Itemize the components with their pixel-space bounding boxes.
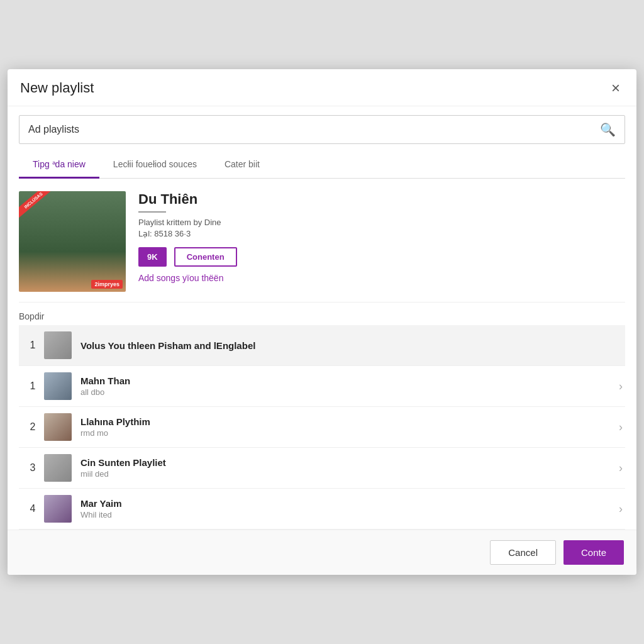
add-songs-link[interactable]: Add songs yïou thëën xyxy=(138,273,625,283)
item-number-3: 3 xyxy=(21,462,44,474)
item-name-1: Mahn Than xyxy=(80,375,614,386)
featured-thumbnail: INCLÚSAS 2impryes xyxy=(19,191,126,292)
featured-logo: 2impryes xyxy=(91,280,123,289)
item-number-2: 2 xyxy=(21,421,44,433)
item-name-3: Cin Sunten Playliet xyxy=(80,457,614,468)
featured-meta2: Lạl: 8518 36·3 xyxy=(138,229,625,238)
tab-found-sources[interactable]: Lecłii fouełiod souces xyxy=(99,152,211,179)
item-info-1: Mahn Than all dbo xyxy=(80,375,614,397)
item-thumb-3 xyxy=(44,454,72,482)
item-info-2: Llahına Plythim rmd mo xyxy=(80,416,614,438)
featured-divider xyxy=(138,211,166,213)
list-item[interactable]: 1 Volus You thleen Pisham and lEnglabel xyxy=(19,325,625,366)
content-button[interactable]: Conenten xyxy=(174,247,237,267)
dialog-title: New playlist xyxy=(20,80,94,96)
tab-cater[interactable]: Cater biit xyxy=(211,152,274,179)
tab-type-new[interactable]: Tipg ᵃda niew xyxy=(19,152,99,179)
section-header: Bopdir xyxy=(19,303,625,325)
new-playlist-dialog: New playlist × 🔍 Tipg ᵃda niew Lecłii fo… xyxy=(8,69,636,575)
dialog-footer: Cancel Conte xyxy=(8,530,636,575)
close-button[interactable]: × xyxy=(608,78,624,98)
item-thumb-1 xyxy=(44,372,72,400)
list-items-container: 1 Volus You thleen Pisham and lEnglabel … xyxy=(19,325,625,530)
featured-actions: 9K Conenten xyxy=(138,247,625,267)
chevron-right-icon: › xyxy=(619,462,623,475)
count-button[interactable]: 9K xyxy=(138,247,167,267)
chevron-right-icon: › xyxy=(619,421,623,434)
item-sub-4: Whil ited xyxy=(80,510,614,519)
list-item[interactable]: 4 Mar Yaim Whil ited › xyxy=(19,489,625,530)
item-info-3: Cin Sunten Playliet miil ded xyxy=(80,457,614,479)
list-item[interactable]: 2 Llahına Plythim rmd mo › xyxy=(19,407,625,448)
item-number-4: 4 xyxy=(21,503,44,514)
chevron-right-icon: › xyxy=(619,380,623,393)
search-button[interactable]: 🔍 xyxy=(591,116,625,143)
featured-meta1: Playlist krittem by Dine xyxy=(138,218,625,227)
featured-section: INCLÚSAS 2impryes Du Thiên Playlist krit… xyxy=(19,179,625,303)
tabs-container: Tipg ᵃda niew Lecłii fouełiod souces Cat… xyxy=(19,152,625,179)
item-number-0: 1 xyxy=(21,340,44,351)
item-thumb-0 xyxy=(44,331,72,359)
cancel-button[interactable]: Cancel xyxy=(490,540,556,565)
item-sub-1: all dbo xyxy=(80,387,614,397)
search-bar: 🔍 xyxy=(19,115,625,144)
featured-info: Du Thiên Playlist krittem by Dine Lạl: 8… xyxy=(138,191,625,292)
item-thumb-4 xyxy=(44,495,72,523)
content-area: INCLÚSAS 2impryes Du Thiên Playlist krit… xyxy=(8,179,636,530)
featured-title: Du Thiên xyxy=(138,191,625,208)
item-info-4: Mar Yaim Whil ited xyxy=(80,498,614,519)
search-input[interactable] xyxy=(19,116,591,143)
item-name-4: Mar Yaim xyxy=(80,498,614,509)
item-name-2: Llahına Plythim xyxy=(80,416,614,427)
item-number-1: 1 xyxy=(21,380,44,392)
item-info-0: Volus You thleen Pisham and lEnglabel xyxy=(80,340,623,351)
dialog-header: New playlist × xyxy=(8,69,636,106)
item-sub-3: miil ded xyxy=(80,469,614,479)
list-item[interactable]: 1 Mahn Than all dbo › xyxy=(19,366,625,407)
continue-button[interactable]: Conte xyxy=(564,540,624,565)
list-item[interactable]: 3 Cin Sunten Playliet miil ded › xyxy=(19,448,625,489)
item-thumb-2 xyxy=(44,413,72,441)
item-sub-2: rmd mo xyxy=(80,428,614,438)
search-icon: 🔍 xyxy=(600,123,616,136)
item-name-0: Volus You thleen Pisham and lEnglabel xyxy=(80,340,623,351)
chevron-right-icon: › xyxy=(619,502,623,516)
